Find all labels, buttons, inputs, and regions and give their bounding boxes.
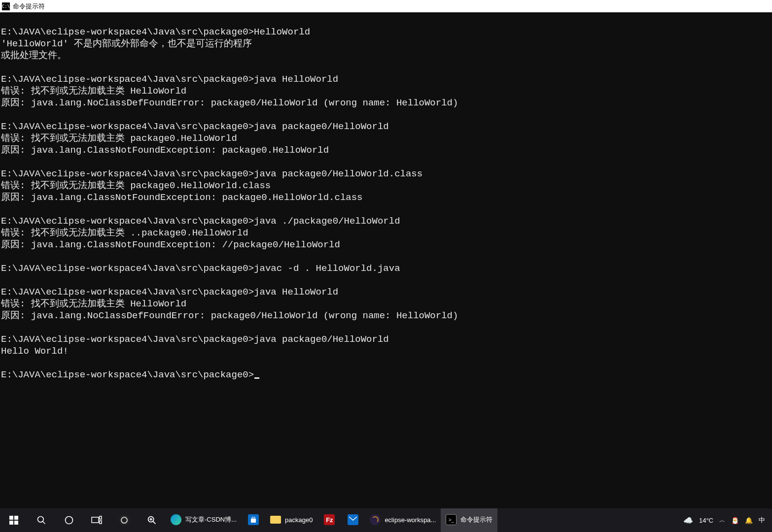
svg-point-6 [66, 517, 73, 524]
obs-pinned[interactable] [110, 508, 138, 532]
cortana-icon [64, 515, 74, 525]
svg-rect-3 [14, 521, 18, 525]
weather-temp: 14°C [699, 517, 713, 524]
store-icon [248, 514, 259, 525]
cmd-icon: C:\ [2, 2, 10, 10]
eclipse-icon [370, 514, 381, 525]
svg-rect-14 [251, 519, 256, 523]
svg-rect-9 [100, 521, 102, 524]
taskbar-app-label: package0 [285, 516, 313, 524]
svg-rect-1 [14, 516, 18, 520]
svg-rect-2 [9, 521, 13, 525]
tray-notification-icon[interactable]: 🔔 [745, 517, 753, 524]
edge-icon [171, 514, 181, 525]
mail-icon [348, 514, 358, 525]
taskview-button[interactable] [83, 508, 110, 532]
filezilla-icon: Fz [324, 514, 335, 525]
svg-rect-8 [100, 516, 102, 519]
taskbar-app-label: 命令提示符 [460, 515, 492, 524]
cortana-button[interactable] [55, 508, 83, 532]
taskbar-app-label: 写文章-CSDN博... [185, 515, 237, 524]
window-title: 命令提示符 [13, 2, 45, 11]
start-button[interactable] [0, 508, 28, 532]
taskbar-app-cmd[interactable]: >_ 命令提示符 [441, 508, 497, 532]
svg-rect-7 [92, 517, 99, 523]
cmd-taskbar-icon: >_ [446, 514, 456, 525]
taskbar-app-label: eclipse-workspa... [385, 516, 436, 524]
terminal-cursor [254, 377, 259, 379]
svg-line-5 [43, 522, 45, 524]
taskbar: 写文章-CSDN博... package0 Fz eclipse-workspa… [0, 508, 772, 532]
magnifier-icon [146, 515, 157, 526]
taskbar-app-edge[interactable]: 写文章-CSDN博... [166, 508, 242, 532]
search-button[interactable] [28, 508, 55, 532]
tray-ime-icon[interactable]: 中 [759, 516, 765, 525]
taskbar-app-mail[interactable] [341, 508, 365, 532]
weather-icon: ☁️ [683, 516, 693, 525]
terminal-output[interactable]: E:\JAVA\eclipse-workspace4\Java\src\pack… [0, 12, 772, 508]
svg-line-11 [153, 521, 156, 524]
taskbar-app-explorer[interactable]: package0 [265, 508, 317, 532]
taskbar-app-store[interactable] [242, 508, 265, 532]
svg-rect-0 [9, 516, 13, 520]
folder-icon [270, 516, 281, 524]
taskbar-spacer [497, 508, 676, 532]
system-tray[interactable]: ☁️ 14°C ︿ 🎅 🔔 中 [676, 508, 772, 532]
svg-rect-15 [252, 517, 255, 519]
taskbar-app-eclipse[interactable]: eclipse-workspa... [365, 508, 441, 532]
windows-icon [9, 516, 18, 525]
tray-chevron-icon[interactable]: ︿ [719, 516, 725, 525]
svg-point-4 [38, 517, 44, 523]
magnifier-pinned[interactable] [138, 508, 166, 532]
obs-icon [119, 515, 130, 526]
tray-app-icon[interactable]: 🎅 [731, 517, 739, 524]
taskbar-app-filezilla[interactable]: Fz [317, 508, 341, 532]
taskview-icon [91, 516, 102, 525]
window-titlebar[interactable]: C:\ 命令提示符 [0, 0, 772, 12]
search-icon [36, 515, 46, 525]
